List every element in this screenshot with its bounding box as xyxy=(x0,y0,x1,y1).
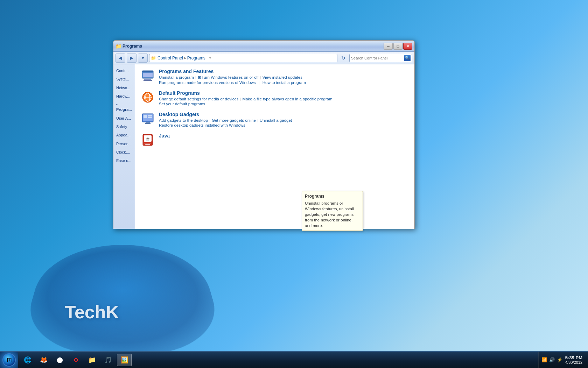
taskbar-tray: 📶 🔊 ⚡ 5:39 PM 4/30/2012 xyxy=(538,352,588,368)
address-bar[interactable]: 📁 Control Panel ▶ Programs ▾ xyxy=(149,54,337,62)
separator3: | xyxy=(259,80,260,85)
section-programs-features: Programs and Features Uninstall a progra… xyxy=(141,69,409,85)
programs-features-title[interactable]: Programs and Features xyxy=(159,69,409,74)
breadcrumb-control-panel[interactable]: Control Panel xyxy=(158,56,183,61)
forward-button[interactable]: ▶ xyxy=(127,54,136,63)
desktop-gadgets-links: Add gadgets to the desktop | Get more ga… xyxy=(159,118,409,122)
view-installed-updates-link[interactable]: View installed updates xyxy=(262,75,302,80)
taskbar-opera-button[interactable]: O xyxy=(69,354,83,366)
taskbar: ⊞ 🌐 🦊 ⬤ O 📁 🎵 🖼️ xyxy=(0,351,588,368)
sidebar-item-system[interactable]: Syste... xyxy=(115,76,133,83)
svg-rect-4 xyxy=(144,80,152,81)
search-submit-button[interactable]: 🔍 xyxy=(404,55,411,61)
sidebar-item-appearance[interactable]: Appea... xyxy=(115,132,133,139)
search-bar: 🔍 xyxy=(349,54,412,62)
main-content: Programs and Features Uninstall a progra… xyxy=(135,64,414,229)
java-title[interactable]: Java xyxy=(159,133,409,139)
default-programs-title[interactable]: Default Programs xyxy=(159,90,409,96)
taskbar-app-button[interactable]: 🖼️ xyxy=(117,354,132,366)
separator1: | xyxy=(195,75,196,80)
sidebar-item-safety[interactable]: Safety xyxy=(115,123,133,130)
sidebar-item-control-panel[interactable]: Contr... xyxy=(115,67,133,74)
address-dropdown-button[interactable]: ▾ xyxy=(207,54,213,62)
clock-date: 4/30/2012 xyxy=(565,360,582,365)
sidebar-item-personalization[interactable]: Person... xyxy=(115,140,133,147)
tray-clock[interactable]: 5:39 PM 4/30/2012 xyxy=(562,355,585,365)
breadcrumb-programs[interactable]: Programs xyxy=(187,56,205,61)
address-folder-icon: 📁 xyxy=(151,56,156,61)
close-button[interactable]: ✕ xyxy=(403,43,412,50)
tray-sound-icon: 🔊 xyxy=(549,357,555,362)
start-orb: ⊞ xyxy=(2,353,16,367)
set-default-programs-link[interactable]: Set your default programs xyxy=(159,102,205,106)
desktop: TechK 📁 Programs ─ □ ✕ ◀ ▶ ▾ 📁 Control P… xyxy=(0,0,588,368)
media-icon: 🎵 xyxy=(104,356,112,364)
svg-rect-2 xyxy=(143,73,153,77)
default-programs-links: Change default settings for media or dev… xyxy=(159,97,409,101)
taskbar-chrome-button[interactable]: ⬤ xyxy=(52,354,67,366)
svg-rect-19 xyxy=(144,143,151,143)
file-type-always-open-link[interactable]: Make a file type always open in a specif… xyxy=(243,97,332,101)
window-icon: 📁 xyxy=(115,43,121,49)
programs-features-icon xyxy=(141,69,155,83)
window-title: Programs xyxy=(122,44,142,49)
refresh-button[interactable]: ↻ xyxy=(339,54,348,62)
svg-rect-12 xyxy=(148,115,152,116)
run-previous-programs-link[interactable]: Run programs made for previous versions … xyxy=(159,80,256,85)
ie-icon: 🌐 xyxy=(23,356,32,364)
desktop-gadgets-body: Desktop Gadgets Add gadgets to the deskt… xyxy=(159,112,409,127)
get-more-gadgets-link[interactable]: Get more gadgets online xyxy=(212,118,256,122)
sidebar-item-user-accounts[interactable]: User A... xyxy=(115,115,133,122)
tech-shape-decoration xyxy=(16,245,229,354)
sidebar-item-ease[interactable]: Ease o... xyxy=(115,157,133,164)
restore-gadgets-link[interactable]: Restore desktop gadgets installed with W… xyxy=(159,123,245,127)
toolbar: ◀ ▶ ▾ 📁 Control Panel ▶ Programs ▾ ↻ 🔍 xyxy=(113,52,414,64)
taskbar-filemanager-button[interactable]: 📁 xyxy=(85,354,99,366)
uninstall-gadget-link[interactable]: Uninstall a gadget xyxy=(260,118,292,122)
start-button[interactable]: ⊞ xyxy=(0,352,18,368)
taskbar-firefox-button[interactable]: 🦊 xyxy=(36,354,51,366)
separator2: | xyxy=(260,75,261,80)
how-to-install-link[interactable]: How to install a program xyxy=(262,80,306,85)
address-path: Control Panel ▶ Programs xyxy=(158,56,205,61)
search-input[interactable] xyxy=(351,56,403,60)
svg-rect-20 xyxy=(145,144,150,145)
section-default-programs: Default Programs Change default settings… xyxy=(141,90,409,106)
tooltip: Programs Uninstall programs or Windows f… xyxy=(302,191,363,231)
taskbar-ie-button[interactable]: 🌐 xyxy=(20,354,35,366)
breadcrumb-separator: ▶ xyxy=(184,56,187,60)
desktop-gadgets-sublinks: Restore desktop gadgets installed with W… xyxy=(159,123,409,127)
tech-logo-watermark: TechK xyxy=(65,302,119,323)
clock-time: 5:39 PM xyxy=(565,355,582,360)
add-gadgets-link[interactable]: Add gadgets to the desktop xyxy=(159,118,208,122)
sidebar-item-hardware[interactable]: Hardw... xyxy=(115,93,133,100)
recent-locations-button[interactable]: ▾ xyxy=(138,54,148,63)
chrome-icon: ⬤ xyxy=(56,356,64,364)
separator5: | xyxy=(209,118,210,122)
change-default-media-link[interactable]: Change default settings for media or dev… xyxy=(159,97,239,101)
folder-icon: 📁 xyxy=(88,356,96,364)
sidebar-item-clock[interactable]: Clock,... xyxy=(115,149,133,156)
taskbar-media-button[interactable]: 🎵 xyxy=(101,354,115,366)
sidebar-item-network[interactable]: Netwo... xyxy=(115,84,133,91)
title-bar: 📁 Programs ─ □ ✕ xyxy=(113,41,414,52)
opera-icon: O xyxy=(72,356,80,364)
tray-icons: 📶 🔊 ⚡ xyxy=(541,357,562,362)
java-icon: ☕ xyxy=(141,133,155,147)
sidebar-item-programs[interactable]: Progra... xyxy=(115,101,133,113)
title-controls: ─ □ ✕ xyxy=(384,43,412,50)
svg-text:☕: ☕ xyxy=(146,136,150,141)
taskbar-items: 🌐 🦊 ⬤ O 📁 🎵 🖼️ xyxy=(18,352,538,368)
uninstall-program-link[interactable]: Uninstall a program xyxy=(159,75,194,80)
turn-windows-features-link[interactable]: Turn Windows features on or off xyxy=(202,75,259,80)
svg-rect-3 xyxy=(144,79,151,80)
windows-icon: ⊞ xyxy=(198,75,201,80)
programs-features-body: Programs and Features Uninstall a progra… xyxy=(159,69,409,85)
desktop-gadgets-title[interactable]: Desktop Gadgets xyxy=(159,112,409,117)
svg-rect-14 xyxy=(146,122,150,123)
control-panel-window: 📁 Programs ─ □ ✕ ◀ ▶ ▾ 📁 Control Panel ▶… xyxy=(113,40,415,229)
maximize-button[interactable]: □ xyxy=(393,43,402,50)
back-button[interactable]: ◀ xyxy=(115,54,125,63)
minimize-button[interactable]: ─ xyxy=(384,43,393,50)
app-icon: 🖼️ xyxy=(120,356,128,364)
